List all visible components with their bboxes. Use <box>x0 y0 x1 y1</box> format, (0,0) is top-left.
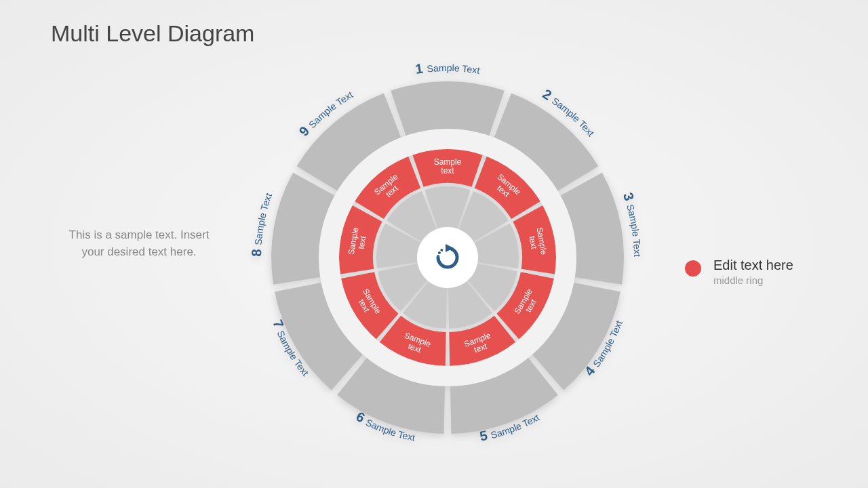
legend-swatch <box>685 260 701 277</box>
legend-title: Edit text here <box>713 258 793 273</box>
center-hub <box>417 227 478 288</box>
svg-point-1 <box>445 266 448 268</box>
side-note: This is a sample text. Insert your desir… <box>58 227 220 260</box>
svg-point-3 <box>439 262 441 264</box>
page-title: Multi Level Diagram <box>51 20 254 47</box>
outer-ring-segment <box>391 81 505 136</box>
svg-point-6 <box>438 251 441 254</box>
outer-segment-label: 1 Sample Text <box>414 61 481 77</box>
legend: Edit text here middle ring <box>685 258 793 286</box>
outer-segment-label: 8 Sample Text <box>251 192 274 257</box>
multi-level-diagram: 1 Sample TextSampletext2 Sample TextSamp… <box>251 61 644 454</box>
svg-point-2 <box>441 264 444 267</box>
svg-point-5 <box>437 255 439 258</box>
svg-point-7 <box>440 249 443 251</box>
svg-point-4 <box>437 258 439 261</box>
legend-subtitle: middle ring <box>713 274 793 286</box>
outer-segment-label: 3 Sample Text <box>620 190 643 257</box>
